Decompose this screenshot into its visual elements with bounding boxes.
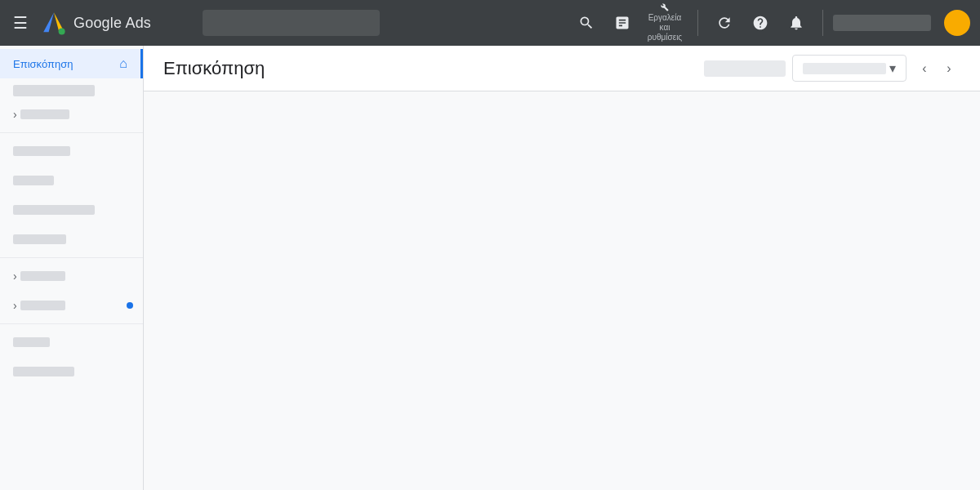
sidebar-group-1 <box>0 78 143 100</box>
main-content: Επισκόπηση ▾ ‹ › <box>144 46 980 490</box>
dropdown-placeholder-text <box>803 63 886 74</box>
main-header: Επισκόπηση ▾ ‹ › <box>144 46 980 91</box>
user-avatar[interactable] <box>944 10 970 36</box>
header-right: Εργαλείακαι ρυθμίσεις <box>570 3 970 42</box>
main-header-right: ▾ ‹ › <box>704 55 960 82</box>
sidebar-label-5 <box>13 205 95 215</box>
expand-icon-8: › <box>13 299 17 312</box>
svg-point-3 <box>59 28 65 34</box>
sidebar-item-2[interactable]: › <box>0 100 143 129</box>
header-left: ☰ Google Ads <box>10 10 189 36</box>
sidebar-divider-3 <box>0 323 143 324</box>
sidebar-divider-1 <box>0 132 143 133</box>
sidebar-item-5[interactable] <box>0 195 143 225</box>
segment-dropdown[interactable]: ▾ <box>792 55 906 82</box>
sidebar-item-7[interactable]: › <box>0 261 143 291</box>
sidebar-item-6[interactable] <box>0 225 143 254</box>
main-body <box>144 91 980 490</box>
sidebar-label-10 <box>13 367 74 376</box>
sidebar-placeholder-1 <box>13 85 95 96</box>
help-button[interactable] <box>744 3 777 42</box>
sidebar-label-2 <box>20 109 69 119</box>
campaigns-icon-button[interactable] <box>606 3 639 42</box>
sidebar-overview-label: Επισκόπηση <box>13 58 73 70</box>
sidebar-item-3[interactable] <box>0 136 143 166</box>
main-layout: Επισκόπηση ⌂ › › <box>0 46 980 490</box>
nav-forward-button[interactable]: › <box>938 57 960 80</box>
app-logo: Google Ads <box>41 10 151 36</box>
google-ads-logo-icon <box>41 10 67 36</box>
sidebar-label-6 <box>13 234 66 244</box>
header-divider <box>697 10 698 36</box>
home-icon: ⌂ <box>119 56 127 71</box>
sidebar-divider-2 <box>0 257 143 258</box>
sidebar: Επισκόπηση ⌂ › › <box>0 46 144 490</box>
sidebar-label-8 <box>20 301 65 310</box>
refresh-button[interactable] <box>708 3 741 42</box>
sidebar-item-10[interactable] <box>0 357 143 386</box>
nav-arrows: ‹ › <box>913 57 960 80</box>
search-button[interactable] <box>570 3 603 42</box>
menu-icon[interactable]: ☰ <box>10 10 31 36</box>
sidebar-label-3 <box>13 146 70 156</box>
top-header: ☰ Google Ads <box>0 0 980 46</box>
header-divider-2 <box>822 10 823 36</box>
sidebar-item-4[interactable] <box>0 166 143 195</box>
sidebar-label-7 <box>20 271 65 281</box>
app-title: Google Ads <box>74 15 151 32</box>
page-title: Επισκόπηση <box>163 58 704 79</box>
chevron-down-icon: ▾ <box>889 60 896 76</box>
expand-icon-7: › <box>13 270 17 283</box>
header-search-bar <box>203 10 380 36</box>
expand-icon-2: › <box>13 108 17 121</box>
notification-dot <box>127 302 133 309</box>
notifications-button[interactable] <box>780 3 813 42</box>
sidebar-item-9[interactable] <box>0 327 143 357</box>
svg-marker-1 <box>43 12 54 32</box>
tools-settings-button[interactable]: Εργαλείακαι ρυθμίσεις <box>642 3 688 42</box>
sidebar-label-4 <box>13 176 54 185</box>
sidebar-label-9 <box>13 337 50 347</box>
sidebar-item-8[interactable]: › <box>0 291 143 320</box>
nav-back-button[interactable]: ‹ <box>913 57 936 80</box>
tools-label: Εργαλείακαι ρυθμίσεις <box>642 13 688 42</box>
date-range-placeholder <box>704 60 786 77</box>
account-selector[interactable] <box>833 15 931 31</box>
sidebar-item-overview[interactable]: Επισκόπηση ⌂ <box>0 49 143 78</box>
